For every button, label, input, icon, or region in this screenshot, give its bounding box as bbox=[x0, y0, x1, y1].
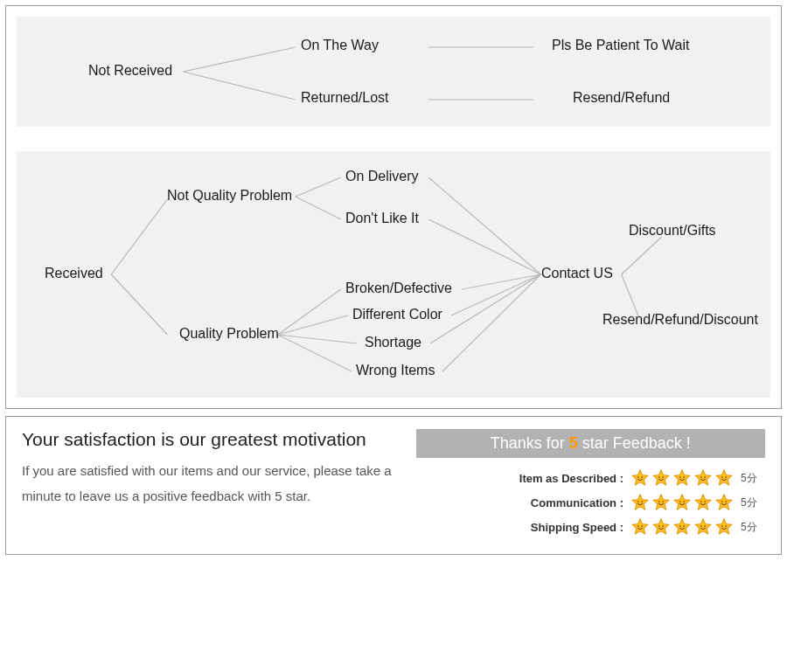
star-icon bbox=[693, 517, 713, 537]
svg-marker-44 bbox=[695, 495, 712, 510]
node-not-received: Not Received bbox=[88, 63, 172, 79]
svg-line-15 bbox=[451, 274, 540, 315]
rating-label: Item as Described : bbox=[501, 472, 623, 485]
feedback-left: Your satisfaction is our greatest motiva… bbox=[22, 429, 400, 542]
svg-point-54 bbox=[658, 525, 660, 527]
node-resend-refund-discount: Resend/Refund/Discount bbox=[602, 312, 758, 328]
svg-point-24 bbox=[658, 476, 660, 478]
svg-point-42 bbox=[679, 501, 681, 502]
svg-point-48 bbox=[721, 501, 723, 502]
ratings-list: Item as Described : bbox=[416, 468, 765, 537]
thanks-five: 5 bbox=[569, 434, 578, 452]
svg-marker-26 bbox=[674, 470, 691, 486]
star-icon bbox=[693, 493, 713, 512]
svg-line-7 bbox=[296, 197, 341, 219]
svg-point-57 bbox=[679, 525, 681, 527]
svg-point-46 bbox=[704, 501, 706, 502]
svg-line-0 bbox=[183, 47, 295, 72]
svg-line-11 bbox=[278, 335, 352, 371]
svg-marker-32 bbox=[716, 470, 733, 486]
svg-point-22 bbox=[641, 476, 643, 478]
node-quality-problem: Quality Problem bbox=[179, 326, 279, 342]
svg-point-40 bbox=[662, 501, 664, 502]
panel-not-received: Not Received On The Way Returned/Lost Pl… bbox=[17, 17, 770, 127]
svg-line-1 bbox=[183, 72, 295, 100]
svg-point-55 bbox=[662, 525, 664, 527]
rating-row: Shipping Speed : bbox=[416, 517, 765, 537]
feedback-title: Your satisfaction is our greatest motiva… bbox=[22, 429, 400, 450]
feedback-right: Thanks for 5 star Feedback ! Item as Des… bbox=[416, 429, 765, 542]
svg-point-58 bbox=[683, 525, 685, 527]
svg-marker-47 bbox=[716, 495, 733, 510]
svg-line-9 bbox=[278, 315, 348, 335]
star-icon bbox=[714, 468, 734, 488]
svg-marker-50 bbox=[632, 519, 649, 535]
node-wrong-items: Wrong Items bbox=[356, 363, 435, 378]
svg-point-27 bbox=[679, 476, 681, 478]
svg-point-61 bbox=[704, 525, 706, 527]
star-icon bbox=[630, 517, 650, 537]
svg-line-10 bbox=[278, 335, 357, 343]
star-icon bbox=[672, 468, 692, 488]
star-icon bbox=[651, 517, 671, 537]
rating-label: Communication : bbox=[501, 496, 623, 509]
svg-point-43 bbox=[683, 501, 685, 502]
svg-line-19 bbox=[622, 274, 639, 317]
node-broken-defective: Broken/Defective bbox=[345, 281, 452, 296]
svg-marker-41 bbox=[674, 495, 691, 510]
rating-score: 5分 bbox=[741, 520, 765, 535]
svg-point-34 bbox=[725, 476, 727, 478]
thanks-prefix: Thanks for bbox=[491, 434, 569, 452]
rating-stars bbox=[630, 517, 734, 537]
svg-point-60 bbox=[700, 525, 702, 527]
svg-marker-59 bbox=[695, 519, 712, 535]
svg-line-17 bbox=[442, 274, 540, 371]
node-contact-us: Contact US bbox=[541, 266, 613, 281]
svg-point-45 bbox=[700, 501, 702, 502]
rating-score: 5分 bbox=[741, 471, 765, 486]
svg-point-37 bbox=[641, 501, 643, 502]
node-on-delivery: On Delivery bbox=[345, 169, 419, 184]
svg-point-31 bbox=[704, 476, 706, 478]
connectors-received bbox=[17, 151, 770, 398]
svg-line-8 bbox=[278, 289, 341, 335]
svg-line-6 bbox=[296, 177, 341, 197]
node-resend-refund: Resend/Refund bbox=[573, 90, 670, 106]
node-received: Received bbox=[45, 266, 103, 281]
svg-point-28 bbox=[683, 476, 685, 478]
svg-point-33 bbox=[721, 476, 723, 478]
svg-marker-29 bbox=[695, 470, 712, 486]
thanks-suffix: star Feedback ! bbox=[578, 434, 691, 452]
svg-point-21 bbox=[637, 476, 639, 478]
svg-point-52 bbox=[641, 525, 643, 527]
star-icon bbox=[651, 493, 671, 512]
node-discount-gifts: Discount/Gifts bbox=[629, 223, 716, 239]
svg-marker-38 bbox=[653, 495, 670, 510]
svg-marker-20 bbox=[632, 470, 649, 486]
svg-marker-35 bbox=[632, 495, 649, 510]
node-different-color: Different Color bbox=[352, 307, 442, 322]
svg-marker-56 bbox=[674, 519, 691, 535]
star-icon bbox=[672, 517, 692, 537]
node-shortage: Shortage bbox=[365, 335, 421, 350]
svg-point-30 bbox=[700, 476, 702, 478]
svg-point-39 bbox=[658, 501, 660, 502]
feedback-container: Your satisfaction is our greatest motiva… bbox=[5, 416, 782, 555]
star-icon bbox=[651, 468, 671, 488]
rating-score: 5分 bbox=[741, 495, 765, 510]
feedback-body: If you are satisfied with our items and … bbox=[22, 459, 400, 509]
svg-line-13 bbox=[428, 219, 540, 274]
rating-stars bbox=[630, 493, 734, 512]
star-icon bbox=[693, 468, 713, 488]
node-dont-like-it: Don't Like It bbox=[345, 211, 419, 226]
svg-point-64 bbox=[725, 525, 727, 527]
svg-line-4 bbox=[111, 199, 167, 274]
svg-line-12 bbox=[428, 177, 540, 274]
node-returned-lost: Returned/Lost bbox=[301, 90, 389, 106]
svg-line-14 bbox=[462, 274, 540, 289]
svg-point-51 bbox=[637, 525, 639, 527]
svg-marker-23 bbox=[653, 470, 670, 486]
svg-point-63 bbox=[721, 525, 723, 527]
rating-row: Item as Described : bbox=[416, 468, 765, 488]
svg-line-18 bbox=[622, 237, 662, 274]
